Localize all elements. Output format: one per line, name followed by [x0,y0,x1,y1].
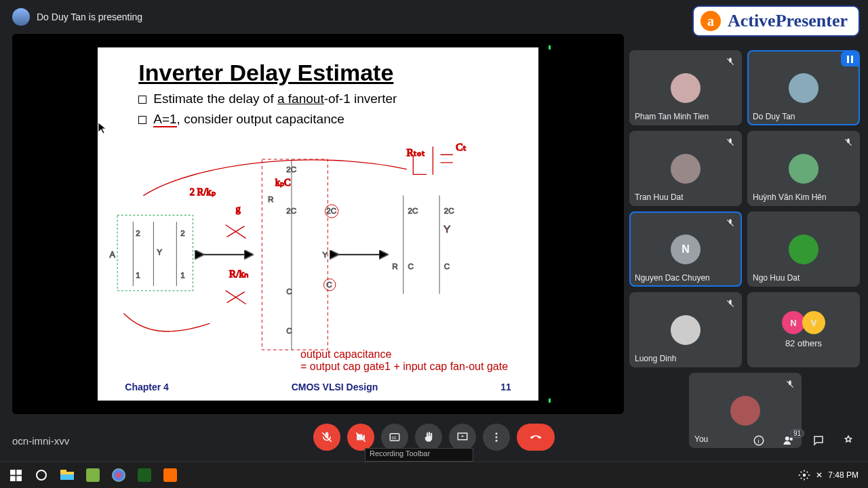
svg-text:1: 1 [180,270,184,279]
svg-text:R: R [268,195,273,203]
svg-text:i: i [758,437,760,445]
cortana-button[interactable] [28,462,54,488]
annotation-dot [549,45,551,49]
participant-name: Ngo Huu Dat [753,273,800,283]
footer-chapter: Chapter 4 [125,382,169,392]
svg-text:2C: 2C [327,206,337,215]
recording-toolbar[interactable]: Recording Toolbar [365,448,473,462]
mute-icon [723,296,738,311]
svg-text:2: 2 [180,228,184,237]
terminal-icon[interactable] [132,462,157,488]
svg-text:kₚC: kₚC [275,176,291,187]
camera-toggle-button[interactable] [347,424,374,451]
presentation-area: Inverter Delay Estimate Estimate the del… [12,34,624,414]
cursor-icon [98,122,107,134]
svg-point-52 [496,440,498,442]
participant-tile[interactable]: Tran Huu Dat [629,131,742,206]
settings-tray-icon[interactable] [798,469,810,481]
slide-red-caption: output capacitance = output cap gate1 + … [300,348,508,373]
svg-point-55 [785,436,789,441]
svg-text:2: 2 [136,228,140,237]
svg-text:C: C [444,262,450,270]
tile-pause-icon [841,52,859,66]
svg-text:C: C [408,262,414,270]
mute-icon [723,135,738,150]
svg-rect-12 [262,159,328,350]
presenter-avatar [12,8,30,26]
participants-grid: Pham Tan Minh TienDo Duy TanTran Huu Dat… [629,50,860,448]
right-controls: i 91 [753,434,859,451]
participant-tile[interactable]: NV82 others [747,292,860,367]
footer-title: CMOS VLSI Design [292,382,378,392]
svg-text:2C: 2C [408,206,418,215]
svg-point-65 [803,474,806,477]
foxit-icon[interactable] [157,462,183,488]
participant-tile[interactable]: Luong Dinh [629,292,742,367]
svg-point-50 [496,432,498,434]
presenter-chip: Do Duy Tan is presenting [12,8,142,26]
footer-page: 11 [500,382,511,392]
svg-rect-63 [60,470,66,472]
svg-rect-57 [10,470,16,475]
activepresenter-watermark: a ActivePresenter [692,5,860,37]
system-tray[interactable]: ✕ 7:48 PM [798,469,865,481]
captions-button[interactable]: cc [381,424,408,451]
svg-text:C: C [286,326,292,335]
svg-text:2C: 2C [444,206,454,215]
avatar [671,73,701,103]
chat-button[interactable] [812,434,829,451]
mute-icon [723,216,738,230]
mute-icon [841,135,856,150]
svg-text:Cₜ: Cₜ [456,141,467,152]
more-options-button[interactable] [483,424,510,451]
mic-toggle-button[interactable] [313,424,340,451]
participant-name: Nguyen Dac Chuyen [635,273,710,283]
file-explorer-icon[interactable] [54,462,80,488]
svg-text:g: g [236,203,241,214]
participant-tile[interactable]: NNguyen Dac Chuyen [629,211,742,287]
bullet-1: Estimate the delay of a fanout-of-1 inve… [138,89,517,109]
svg-text:Y: Y [443,222,450,234]
participant-name: Tran Huu Dat [635,192,684,202]
end-call-button[interactable] [517,424,555,451]
participant-name: Huỳnh Văn Kim Hên [753,192,827,202]
svg-rect-58 [16,470,22,475]
clock: 7:48 PM [828,470,859,480]
svg-point-61 [37,470,46,480]
windows-taskbar[interactable]: ✕ 7:48 PM [0,462,868,488]
svg-point-51 [496,436,498,439]
svg-text:Rₜₒₜ: Rₜₒₜ [407,146,425,158]
svg-text:1: 1 [136,270,140,279]
avatar [671,154,701,184]
activities-button[interactable] [842,434,859,451]
svg-text:C: C [286,286,292,295]
svg-rect-60 [16,476,22,481]
svg-text:R: R [393,262,398,270]
mute-icon [723,54,738,69]
people-button[interactable]: 91 [783,434,799,451]
others-label: 82 others [785,338,822,348]
raise-hand-button[interactable] [415,424,442,451]
avatar [789,73,818,103]
svg-text:C: C [327,280,332,289]
participant-tile[interactable]: Ngo Huu Dat [747,211,860,287]
svg-text:cc: cc [392,435,397,440]
watermark-text: ActivePresenter [728,11,848,31]
participant-tile[interactable]: Pham Tan Minh Tien [629,50,742,125]
close-tray-icon[interactable]: ✕ [816,470,823,480]
present-button[interactable] [449,424,476,451]
slide-diagram: A 21 21 Y 2C 2C C C R [98,122,538,374]
sublime-icon[interactable] [80,462,106,488]
presenter-text: Do Duy Tan is presenting [37,12,142,22]
annotation-dot [549,399,551,403]
start-button[interactable] [3,462,28,488]
participant-name: Pham Tan Minh Tien [635,112,709,121]
svg-text:2 R/kₚ: 2 R/kₚ [190,186,216,197]
participant-tile[interactable]: Huỳnh Văn Kim Hên [747,131,860,206]
svg-rect-59 [10,476,16,481]
paint-icon[interactable] [106,462,132,488]
info-button[interactable]: i [753,434,769,451]
svg-text:Y: Y [323,250,328,259]
slide-footer: Chapter 4 CMOS VLSI Design 11 [125,382,511,392]
svg-rect-64 [60,474,74,480]
